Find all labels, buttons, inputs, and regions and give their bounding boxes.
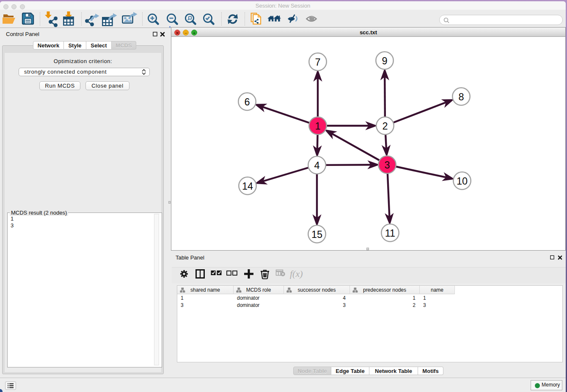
svg-text:9: 9 — [382, 55, 387, 66]
svg-text:1: 1 — [315, 121, 320, 132]
svg-text:f(x): f(x) — [290, 268, 303, 279]
svg-text:3: 3 — [384, 160, 390, 171]
svg-text:14: 14 — [242, 181, 253, 192]
svg-text:6: 6 — [244, 97, 250, 108]
svg-text:7: 7 — [315, 57, 320, 68]
svg-text:2: 2 — [382, 121, 388, 132]
svg-text:11: 11 — [385, 228, 395, 239]
svg-text:15: 15 — [311, 229, 322, 240]
svg-text:10: 10 — [457, 176, 468, 187]
svg-text:8: 8 — [458, 91, 464, 102]
svg-text:4: 4 — [314, 160, 319, 171]
